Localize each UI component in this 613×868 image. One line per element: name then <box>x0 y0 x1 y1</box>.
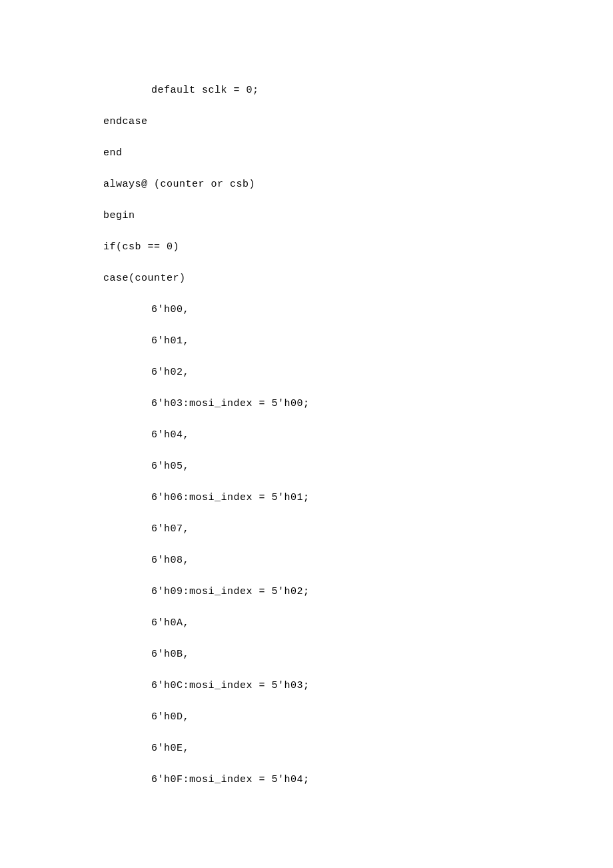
code-line: 6'h0B, <box>103 649 613 659</box>
code-line: 6'h00, <box>103 305 613 315</box>
code-line: 6'h03:mosi_index = 5'h00; <box>103 399 613 409</box>
code-line: 6'h02, <box>103 367 613 377</box>
document-page: default sclk = 0; endcase end always@ (c… <box>0 0 613 868</box>
code-line: 6'h0A, <box>103 618 613 628</box>
code-line: 6'h09:mosi_index = 5'h02; <box>103 587 613 597</box>
code-line: 6'h08, <box>103 555 613 565</box>
code-line: 6'h0D, <box>103 712 613 722</box>
code-line: 6'h0C:mosi_index = 5'h03; <box>103 681 613 691</box>
code-line: 6'h05, <box>103 461 613 471</box>
code-line: end <box>103 148 613 158</box>
code-line: 6'h0F:mosi_index = 5'h04; <box>103 775 613 785</box>
code-line: default sclk = 0; <box>103 85 613 95</box>
code-line: 6'h06:mosi_index = 5'h01; <box>103 493 613 503</box>
code-line: always@ (counter or csb) <box>103 179 613 189</box>
code-line: 6'h04, <box>103 430 613 440</box>
code-line: endcase <box>103 117 613 127</box>
code-line: case(counter) <box>103 273 613 283</box>
code-line: 6'h07, <box>103 524 613 534</box>
code-line: 6'h01, <box>103 336 613 346</box>
code-line: 6'h0E, <box>103 743 613 753</box>
code-line: if(csb == 0) <box>103 242 613 252</box>
code-line: begin <box>103 211 613 221</box>
